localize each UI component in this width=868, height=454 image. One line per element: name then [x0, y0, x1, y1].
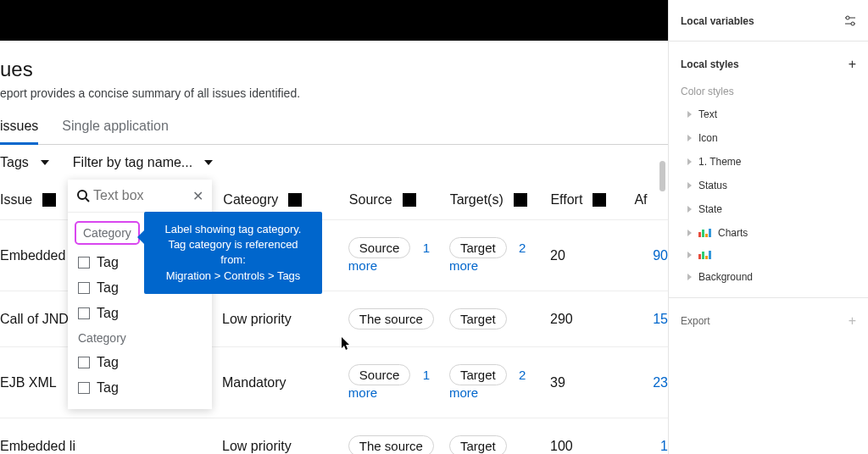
- col-targets-header[interactable]: Target(s): [450, 192, 551, 208]
- effort-cell: 20: [550, 248, 634, 263]
- col-effort-header[interactable]: Effort: [550, 192, 634, 208]
- chart-icon: [698, 251, 711, 259]
- cursor-icon: [342, 337, 352, 353]
- svg-line-1: [86, 198, 89, 202]
- local-variables-section[interactable]: Local variables: [669, 0, 868, 34]
- source-cell: The source: [348, 308, 449, 329]
- style-item-state[interactable]: State: [669, 197, 868, 221]
- chevron-right-icon: [687, 182, 692, 189]
- color-styles-label: Color styles: [669, 79, 868, 101]
- main-area: ues eport provides a concise summary of …: [0, 0, 668, 454]
- tooltip-line: Label showing tag category.: [156, 222, 310, 237]
- source-cell: Source 1 more: [348, 237, 449, 274]
- chevron-right-icon: [687, 158, 692, 165]
- export-section[interactable]: Export +: [669, 298, 868, 335]
- sort-icon: [403, 193, 416, 207]
- tag-option[interactable]: Tag: [68, 350, 212, 375]
- style-item-theme[interactable]: 1. Theme: [669, 150, 868, 174]
- col-affected-header[interactable]: Af: [634, 192, 668, 208]
- style-item-chart2[interactable]: [669, 245, 868, 265]
- checkbox-icon: [78, 282, 90, 294]
- source-pill[interactable]: Source: [348, 237, 411, 258]
- chevron-right-icon: [687, 274, 692, 280]
- tag-option[interactable]: Tag: [68, 375, 212, 401]
- affected-link[interactable]: 90: [653, 248, 668, 263]
- affected-link[interactable]: 15: [653, 312, 668, 326]
- col-category-header[interactable]: Cateogry: [223, 192, 349, 208]
- affected-link[interactable]: 23: [653, 375, 668, 390]
- tag-search-row: ✕: [68, 180, 212, 213]
- chevron-right-icon: [687, 206, 692, 213]
- checkbox-icon: [78, 357, 90, 368]
- chevron-right-icon: [687, 230, 692, 236]
- sort-icon: [593, 193, 606, 207]
- design-panel: Local variables Local styles + Color sty…: [668, 0, 868, 454]
- col-source-header[interactable]: Source: [349, 192, 450, 208]
- target-pill[interactable]: Target: [449, 308, 507, 329]
- checkbox-icon: [78, 382, 90, 394]
- style-item-text[interactable]: Text: [669, 102, 868, 126]
- target-pill[interactable]: Target: [449, 435, 507, 454]
- chart-icon: [698, 229, 711, 237]
- checkbox-icon: [78, 307, 90, 319]
- style-item-status[interactable]: Status: [669, 174, 868, 197]
- issue-cell: Embedded li: [0, 439, 222, 454]
- tag-category-label: Category: [68, 326, 212, 350]
- tooltip-line: Tag category is referenced from:: [156, 237, 310, 268]
- style-item-charts[interactable]: Charts: [669, 221, 868, 245]
- tag-option[interactable]: Tag: [68, 301, 212, 326]
- chevron-right-icon: [687, 252, 692, 258]
- sort-icon: [42, 193, 56, 207]
- category-cell: Mandatory: [222, 375, 348, 390]
- clear-icon[interactable]: ✕: [192, 188, 203, 204]
- target-pill[interactable]: Target: [449, 237, 507, 258]
- source-pill[interactable]: The source: [348, 308, 434, 329]
- tags-dropdown[interactable]: Tags: [0, 155, 49, 170]
- filter-by-name-label: Filter by tag name...: [73, 155, 192, 170]
- search-icon: [76, 189, 90, 202]
- source-pill[interactable]: Source: [348, 364, 411, 385]
- style-list: Text Icon 1. Theme Status State Charts B…: [669, 101, 868, 291]
- effort-cell: 290: [550, 312, 634, 327]
- affected-link[interactable]: 1: [660, 439, 668, 453]
- style-item-icon[interactable]: Icon: [669, 126, 868, 150]
- filter-bar: Tags Filter by tag name...: [0, 145, 668, 177]
- effort-cell: 100: [550, 439, 634, 454]
- page-description: eport provides a concise summary of all …: [0, 81, 668, 100]
- target-cell: Target: [449, 435, 550, 454]
- target-cell: Target: [449, 308, 550, 329]
- chevron-right-icon: [687, 135, 692, 141]
- target-pill[interactable]: Target: [449, 364, 507, 385]
- source-cell: The source: [348, 435, 449, 454]
- effort-cell: 39: [550, 375, 634, 390]
- plus-icon[interactable]: +: [849, 313, 856, 329]
- sort-icon: [288, 193, 302, 207]
- top-app-bar: [0, 0, 668, 41]
- style-item-background[interactable]: Background: [669, 265, 868, 289]
- local-styles-section[interactable]: Local styles +: [669, 42, 868, 79]
- filter-by-name-dropdown[interactable]: Filter by tag name...: [73, 155, 213, 170]
- annotation-tooltip: Label showing tag category. Tag category…: [144, 212, 322, 294]
- chevron-down-icon: [41, 160, 49, 165]
- svg-point-0: [78, 191, 86, 199]
- sliders-icon[interactable]: [844, 15, 856, 27]
- target-cell: Target 2 more: [449, 364, 550, 401]
- tag-category-label: Category: [75, 221, 140, 245]
- table-row[interactable]: Embedded li Low priority The source Targ…: [0, 418, 668, 454]
- source-cell: Source 1 more: [348, 364, 449, 401]
- chevron-right-icon: [687, 111, 692, 118]
- category-cell: Low priority: [222, 439, 348, 454]
- svg-point-5: [851, 22, 854, 25]
- source-pill[interactable]: The source: [348, 435, 434, 454]
- tab-issues[interactable]: issues: [0, 119, 38, 145]
- tag-search-input[interactable]: [90, 186, 203, 205]
- checkbox-icon: [78, 257, 90, 269]
- col-issue-header[interactable]: Issue: [0, 192, 75, 208]
- tab-single-application[interactable]: Single application: [62, 119, 168, 144]
- plus-icon[interactable]: +: [849, 57, 856, 72]
- scrollbar[interactable]: [659, 161, 665, 191]
- svg-point-2: [846, 16, 849, 19]
- tabs: issues Single application: [0, 119, 668, 145]
- target-cell: Target 2 more: [449, 237, 550, 274]
- sort-icon: [514, 193, 527, 207]
